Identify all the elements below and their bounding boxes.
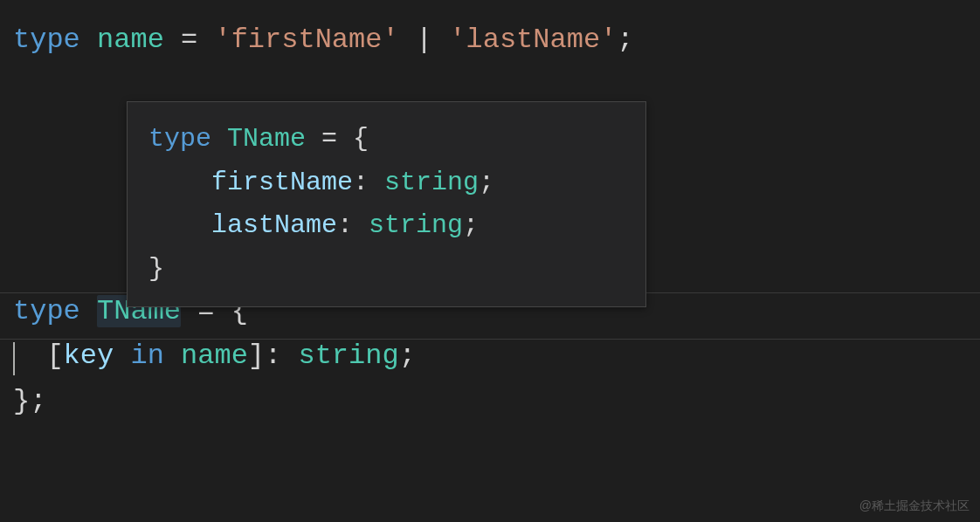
colon: : bbox=[337, 210, 369, 240]
bracket-open: [ bbox=[46, 340, 63, 372]
type-value: string bbox=[369, 210, 463, 240]
hover-tooltip: type TName = { firstName: string; lastNa… bbox=[127, 101, 646, 307]
mapped-key: key bbox=[64, 340, 114, 372]
tooltip-line-4: } bbox=[148, 248, 625, 292]
property-name: firstName bbox=[211, 168, 353, 197]
property-name: lastName bbox=[211, 210, 337, 240]
semicolon: ; bbox=[463, 210, 479, 240]
semicolon: ; bbox=[399, 340, 416, 372]
union-operator: | bbox=[416, 24, 432, 56]
brace-close: } bbox=[148, 254, 164, 284]
type-value: string bbox=[384, 168, 479, 197]
type-body-open: = { bbox=[306, 124, 369, 154]
type-identifier: name bbox=[97, 24, 164, 56]
semicolon: ; bbox=[617, 24, 633, 56]
string-literal: 'lastName' bbox=[449, 24, 617, 56]
keyword-in: in bbox=[130, 340, 163, 372]
colon: : bbox=[353, 168, 384, 197]
tooltip-line-2: firstName: string; bbox=[148, 161, 625, 205]
keyword-type: type bbox=[13, 295, 80, 327]
colon: : bbox=[265, 340, 298, 372]
equals-operator: = bbox=[181, 24, 197, 56]
type-identifier: TName bbox=[227, 124, 306, 154]
keyword-type: type bbox=[148, 124, 211, 154]
tooltip-line-1: type TName = { bbox=[148, 118, 625, 161]
semicolon: ; bbox=[479, 168, 494, 197]
watermark-text: @稀土掘金技术社区 bbox=[859, 496, 970, 515]
code-line-3[interactable]: [key in name]: string; bbox=[13, 333, 967, 378]
keyword-type: type bbox=[13, 24, 80, 56]
type-value: string bbox=[298, 340, 398, 372]
type-body-close: }; bbox=[13, 385, 46, 417]
cursor-icon bbox=[13, 342, 15, 375]
string-literal: 'firstName' bbox=[214, 24, 398, 56]
bracket-close: ] bbox=[248, 340, 265, 372]
tooltip-line-3: lastName: string; bbox=[148, 204, 625, 248]
type-reference: name bbox=[181, 340, 248, 372]
code-line-1[interactable]: type name = 'firstName' | 'lastName'; bbox=[13, 17, 967, 62]
code-line-4[interactable]: }; bbox=[13, 379, 967, 423]
